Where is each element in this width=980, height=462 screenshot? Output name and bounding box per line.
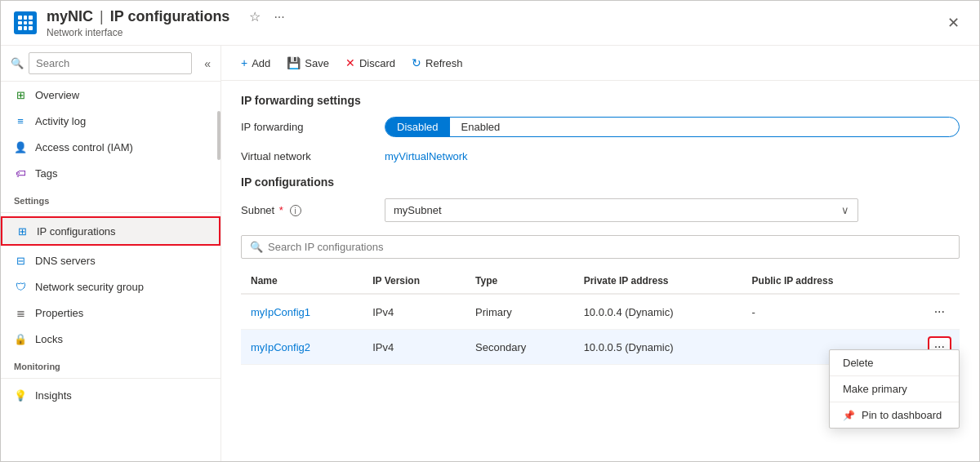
discard-icon: ✕ bbox=[345, 56, 355, 69]
table-row: myIpConfig2 IPv4 Secondary 10.0.0.5 (Dyn… bbox=[241, 330, 960, 365]
cell-ip-version-2: IPv4 bbox=[363, 330, 466, 365]
insights-icon: 💡 bbox=[14, 389, 27, 402]
ip-search-box: 🔍 bbox=[241, 235, 960, 259]
favorite-button[interactable]: ☆ bbox=[246, 7, 264, 26]
dns-servers-icon: ⊟ bbox=[14, 254, 27, 267]
context-menu-make-primary[interactable]: Make primary bbox=[830, 376, 959, 402]
virtual-network-link[interactable]: myVirtualNetwork bbox=[385, 150, 468, 162]
add-icon: + bbox=[241, 56, 247, 69]
col-header-name: Name bbox=[241, 269, 363, 294]
subnet-dropdown[interactable]: mySubnet ∨ bbox=[385, 198, 858, 222]
collapse-sidebar-button[interactable]: « bbox=[204, 57, 211, 70]
content-area: + Add 💾 Save ✕ Discard ↻ Refresh bbox=[221, 46, 979, 461]
sidebar-item-ip-configurations[interactable]: ⊞ IP configurations bbox=[1, 216, 220, 246]
cell-private-ip-1: 10.0.0.4 (Dynamic) bbox=[574, 294, 742, 330]
overview-icon: ⊞ bbox=[14, 88, 27, 101]
search-icon: 🔍 bbox=[11, 57, 24, 69]
enabled-toggle-button[interactable]: Enabled bbox=[450, 118, 512, 136]
sidebar-item-insights[interactable]: 💡 Insights bbox=[1, 382, 220, 408]
nsg-icon: 🛡 bbox=[14, 280, 27, 293]
access-control-icon: 👤 bbox=[14, 140, 27, 153]
subnet-label: Subnet * i bbox=[241, 204, 372, 217]
page-name: IP configurations bbox=[110, 8, 230, 25]
context-menu-pin-dashboard[interactable]: 📌 Pin to dashboard bbox=[830, 402, 959, 428]
sidebar-label-nsg: Network security group bbox=[35, 281, 144, 293]
ip-forwarding-row: IP forwarding Disabled Enabled bbox=[241, 117, 960, 137]
title-separator: | bbox=[100, 8, 104, 25]
sidebar: 🔍 « ⊞ Overview ≡ Activity log 👤 Access c… bbox=[1, 46, 221, 461]
dropdown-arrow-icon: ∨ bbox=[841, 204, 849, 216]
col-header-private-ip: Private IP address bbox=[574, 269, 742, 294]
subnet-info-icon[interactable]: i bbox=[290, 205, 301, 216]
sidebar-label-overview: Overview bbox=[35, 89, 79, 101]
pin-dashboard-icon: 📌 bbox=[843, 410, 855, 421]
refresh-button[interactable]: ↻ Refresh bbox=[405, 52, 470, 73]
sidebar-label-activity-log: Activity log bbox=[35, 115, 86, 127]
disabled-toggle-button[interactable]: Disabled bbox=[385, 118, 450, 136]
col-header-type: Type bbox=[466, 269, 574, 294]
sidebar-item-properties[interactable]: ≣ Properties bbox=[1, 300, 220, 326]
sidebar-label-access-control: Access control (IAM) bbox=[35, 141, 133, 153]
sidebar-item-tags[interactable]: 🏷 Tags bbox=[1, 160, 220, 186]
ip-forwarding-label: IP forwarding bbox=[241, 121, 372, 133]
cell-type-1: Primary bbox=[466, 294, 574, 330]
add-button[interactable]: + Add bbox=[234, 52, 277, 73]
more-options-button[interactable]: ··· bbox=[270, 8, 287, 26]
sidebar-item-overview[interactable]: ⊞ Overview bbox=[1, 82, 220, 108]
sidebar-label-locks: Locks bbox=[35, 333, 63, 345]
context-menu: Delete Make primary 📌 bbox=[829, 349, 960, 429]
table-header: Name IP Version Type Private IP address … bbox=[241, 269, 960, 294]
sidebar-label-properties: Properties bbox=[35, 307, 83, 319]
sidebar-label-ip-configurations: IP configurations bbox=[37, 225, 116, 238]
properties-icon: ≣ bbox=[14, 306, 27, 319]
row-actions-1: ··· bbox=[898, 294, 960, 330]
sidebar-item-activity-log[interactable]: ≡ Activity log bbox=[1, 108, 220, 134]
save-icon: 💾 bbox=[287, 56, 301, 69]
save-button[interactable]: 💾 Save bbox=[280, 52, 336, 73]
table-row: myIpConfig1 IPv4 Primary 10.0.0.4 (Dynam… bbox=[241, 294, 960, 330]
ip-search-icon: 🔍 bbox=[250, 241, 263, 253]
context-menu-delete[interactable]: Delete bbox=[830, 350, 959, 375]
virtual-network-row: Virtual network myVirtualNetwork bbox=[241, 150, 960, 162]
azure-logo bbox=[14, 11, 37, 34]
sidebar-item-network-security-group[interactable]: 🛡 Network security group bbox=[1, 273, 220, 300]
row-actions-2: ··· Delete Make primary bbox=[898, 330, 960, 365]
required-indicator: * bbox=[279, 204, 283, 216]
main-layout: 🔍 « ⊞ Overview ≡ Activity log 👤 Access c… bbox=[1, 46, 979, 461]
sidebar-item-locks[interactable]: 🔒 Locks bbox=[1, 326, 220, 352]
cell-name-2: myIpConfig2 bbox=[241, 330, 363, 365]
cell-private-ip-2: 10.0.0.5 (Dynamic) bbox=[574, 330, 742, 365]
table-body: myIpConfig1 IPv4 Primary 10.0.0.4 (Dynam… bbox=[241, 294, 960, 365]
resource-name: myNIC bbox=[47, 8, 93, 25]
subnet-row: Subnet * i mySubnet ∨ bbox=[241, 198, 960, 222]
sidebar-label-dns-servers: DNS servers bbox=[35, 255, 96, 267]
sidebar-label-insights: Insights bbox=[35, 389, 72, 402]
col-header-actions bbox=[898, 269, 960, 294]
cell-type-2: Secondary bbox=[466, 330, 574, 365]
discard-button[interactable]: ✕ Discard bbox=[339, 52, 402, 73]
sidebar-item-access-control[interactable]: 👤 Access control (IAM) bbox=[1, 134, 220, 160]
virtual-network-label: Virtual network bbox=[241, 150, 372, 162]
monitoring-divider bbox=[1, 378, 220, 379]
ip-search-input[interactable] bbox=[268, 241, 951, 253]
col-header-public-ip: Public IP address bbox=[742, 269, 898, 294]
sidebar-scrollbar[interactable] bbox=[217, 111, 220, 160]
title-bar: myNIC | IP configurations ☆ ··· Network … bbox=[1, 1, 979, 46]
settings-section-label: Settings bbox=[1, 186, 220, 209]
ip-configurations-section: IP configurations Subnet * i mySubnet ∨ bbox=[241, 175, 960, 365]
close-button[interactable]: ✕ bbox=[941, 11, 966, 35]
refresh-icon: ↻ bbox=[412, 56, 421, 69]
row-ellipsis-button-1[interactable]: ··· bbox=[929, 303, 950, 321]
sidebar-search-container: 🔍 « bbox=[1, 46, 220, 82]
sidebar-item-dns-servers[interactable]: ⊟ DNS servers bbox=[1, 247, 220, 273]
search-input[interactable] bbox=[29, 52, 192, 74]
context-menu-delete-label: Delete bbox=[843, 357, 874, 369]
cell-ip-version-1: IPv4 bbox=[363, 294, 466, 330]
ip-forwarding-toggle-group[interactable]: Disabled Enabled bbox=[385, 117, 960, 137]
settings-divider bbox=[1, 212, 220, 213]
tags-icon: 🏷 bbox=[14, 167, 27, 180]
context-menu-make-primary-label: Make primary bbox=[843, 383, 907, 395]
ip-table: Name IP Version Type Private IP address … bbox=[241, 269, 960, 365]
locks-icon: 🔒 bbox=[14, 332, 27, 345]
ip-config-icon: ⊞ bbox=[16, 224, 29, 238]
